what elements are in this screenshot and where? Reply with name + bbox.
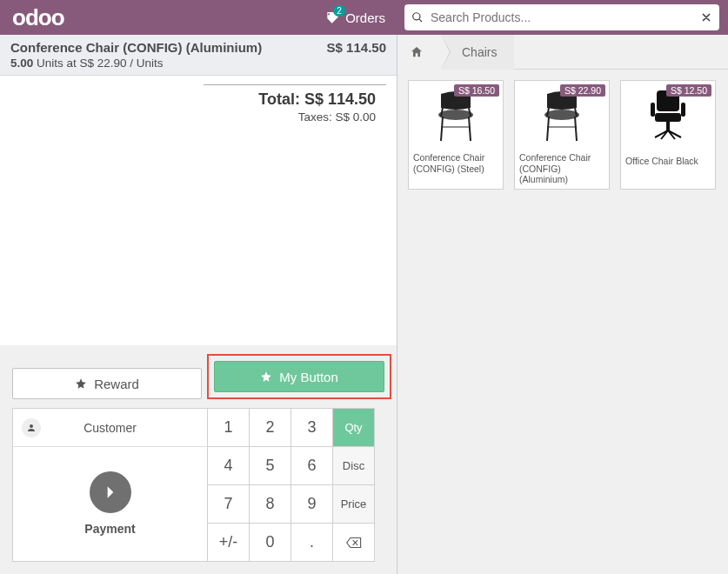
app-header: odoo 2 Orders [0, 0, 728, 35]
star-icon [75, 377, 87, 390]
backspace-icon [346, 537, 362, 549]
product-grid: S$ 16.50Conference Chair (CONFIG) (Steel… [397, 70, 728, 200]
product-price-tag: S$ 12.50 [666, 84, 711, 97]
payment-button[interactable]: Payment [13, 447, 207, 561]
key-dot[interactable]: . [291, 524, 333, 562]
product-price-tag: S$ 22.90 [560, 84, 605, 97]
search-wrap [404, 4, 719, 30]
customer-payment-panel: Customer Payment [12, 408, 208, 562]
product-card[interactable]: S$ 22.90Conference Chair (CONFIG) (Alumi… [514, 80, 610, 190]
product-card[interactable]: S$ 16.50Conference Chair (CONFIG) (Steel… [408, 80, 504, 190]
svg-point-0 [438, 110, 473, 120]
clear-search-icon[interactable] [700, 11, 712, 23]
svg-rect-16 [681, 103, 685, 117]
key-4[interactable]: 4 [208, 447, 250, 485]
key-6[interactable]: 6 [291, 447, 333, 485]
key-1[interactable]: 1 [208, 409, 250, 447]
key-9[interactable]: 9 [291, 485, 333, 524]
key-qty[interactable]: Qty [333, 409, 375, 447]
reward-label: Reward [94, 377, 139, 391]
payment-label: Payment [84, 522, 135, 536]
orders-label: Orders [345, 10, 385, 25]
order-panel: Conference Chair (CONFIG) (Aluminium) 5.… [0, 35, 397, 574]
product-panel: Chairs S$ 16.50Conference Chair (CONFIG)… [397, 35, 728, 574]
key-5[interactable]: 5 [250, 447, 291, 485]
my-button-label: My Button [279, 370, 338, 384]
numpad: 1 2 3 Qty 4 5 6 Disc 7 8 9 Price +/- 0 . [207, 408, 375, 562]
user-icon [22, 418, 41, 437]
customer-button[interactable]: Customer [13, 409, 207, 447]
order-totals: Total: S$ 114.50 Taxes: S$ 0.00 [204, 84, 386, 129]
key-8[interactable]: 8 [250, 485, 291, 524]
breadcrumb: Chairs [397, 35, 728, 70]
logo: odoo [12, 4, 64, 31]
key-0[interactable]: 0 [250, 524, 291, 562]
key-price[interactable]: Price [333, 485, 375, 524]
key-2[interactable]: 2 [250, 409, 291, 447]
product-name: Conference Chair (CONFIG) (Steel) [409, 149, 503, 177]
customer-label: Customer [83, 421, 137, 435]
svg-rect-13 [655, 113, 681, 122]
orders-button[interactable]: 2 Orders [317, 7, 394, 29]
search-icon [411, 11, 424, 23]
highlight-box: My Button [207, 354, 391, 399]
order-line[interactable]: Conference Chair (CONFIG) (Aluminium) 5.… [0, 35, 397, 76]
svg-line-1 [441, 117, 443, 141]
ticket-icon: 2 [326, 10, 340, 24]
search-input[interactable] [431, 10, 693, 24]
key-disc[interactable]: Disc [333, 447, 375, 485]
chevron-right-icon [90, 471, 131, 513]
orderline-price: S$ 114.50 [327, 40, 386, 55]
key-plusminus[interactable]: +/- [208, 524, 250, 562]
product-price-tag: S$ 16.50 [454, 84, 499, 97]
product-name: Conference Chair (CONFIG) (Aluminium) [515, 149, 609, 189]
key-3[interactable]: 3 [291, 409, 333, 447]
key-7[interactable]: 7 [208, 485, 250, 524]
breadcrumb-home[interactable] [397, 35, 441, 70]
breadcrumb-chairs[interactable]: Chairs [441, 35, 514, 70]
home-icon [410, 45, 424, 59]
product-card[interactable]: S$ 12.50Office Chair Black [620, 80, 716, 190]
svg-line-8 [575, 117, 577, 141]
orders-count-badge: 2 [333, 5, 345, 17]
key-backspace[interactable] [333, 524, 375, 562]
orderline-name: Conference Chair (CONFIG) (Aluminium) [10, 40, 262, 55]
svg-line-7 [547, 117, 549, 141]
svg-rect-15 [651, 103, 655, 117]
my-button[interactable]: My Button [214, 361, 384, 392]
product-name: Office Chair Black [621, 149, 715, 173]
orderline-details: 5.00 Units at S$ 22.90 / Units [10, 57, 262, 70]
svg-line-2 [469, 117, 471, 141]
star-icon [260, 370, 272, 383]
svg-point-6 [544, 110, 579, 120]
reward-button[interactable]: Reward [12, 368, 202, 399]
